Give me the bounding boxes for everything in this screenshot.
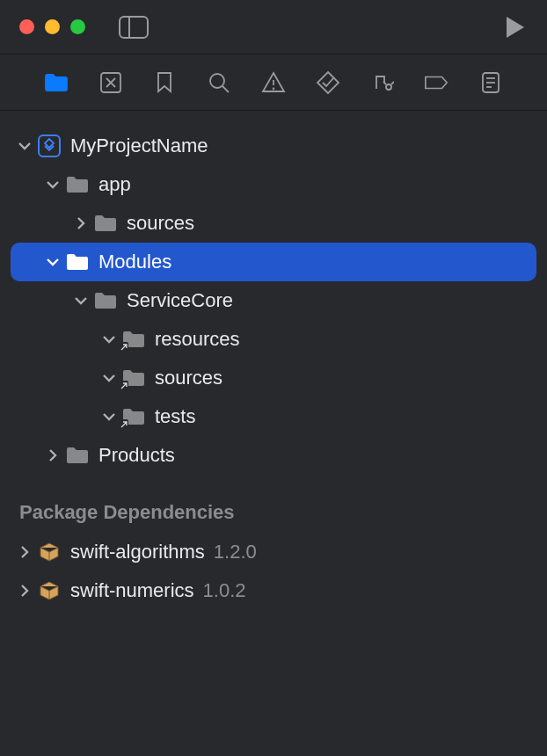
folder-reference-icon (121, 367, 146, 389)
package-icon (37, 580, 62, 601)
chevron-down-icon (46, 178, 60, 192)
dependency-item-swift-numerics[interactable]: swift-numerics 1.0.2 (11, 571, 536, 610)
chevron-right-icon (18, 545, 32, 559)
folder-item-tests[interactable]: tests (11, 397, 536, 436)
project-name-label: MyProjectName (70, 134, 208, 157)
folder-item-app-sources[interactable]: sources (11, 204, 536, 243)
item-label: ServiceCore (127, 289, 233, 312)
folder-item-servicecore[interactable]: ServiceCore (11, 281, 536, 320)
chevron-down-icon (102, 371, 116, 385)
window-controls (19, 19, 85, 34)
run-button[interactable] (503, 15, 528, 40)
folder-item-modules[interactable]: Modules (11, 243, 536, 281)
test-navigator-tab[interactable] (316, 70, 340, 95)
minimize-window-button[interactable] (45, 19, 60, 34)
dependency-version-label: 1.2.0 (214, 541, 257, 563)
folder-icon (93, 213, 118, 234)
package-icon (37, 542, 62, 563)
dependencies-section-header: Package Dependencies (0, 475, 547, 533)
chevron-down-icon (102, 410, 116, 424)
maximize-window-button[interactable] (70, 19, 85, 34)
svg-point-8 (273, 88, 274, 89)
folder-icon (65, 251, 90, 273)
item-label: sources (127, 212, 194, 235)
item-label: Modules (98, 251, 171, 273)
svg-point-9 (386, 84, 391, 90)
dependency-name-label: swift-numerics (70, 579, 194, 602)
svg-point-5 (210, 74, 224, 88)
issue-navigator-tab[interactable] (261, 70, 286, 95)
chevron-right-icon (74, 216, 88, 230)
item-label: resources (155, 328, 240, 351)
chevron-down-icon (46, 255, 60, 269)
folder-icon (65, 174, 90, 195)
titlebar (0, 0, 547, 55)
dependency-version-label: 1.0.2 (203, 579, 246, 602)
item-label: Products (98, 444, 175, 467)
dependency-item-swift-algorithms[interactable]: swift-algorithms 1.2.0 (11, 533, 536, 571)
report-navigator-tab[interactable] (478, 70, 503, 95)
chevron-right-icon (46, 448, 60, 462)
sidebar-toggle-button[interactable] (119, 16, 149, 39)
folder-item-sc-sources[interactable]: sources (11, 359, 536, 397)
svg-line-11 (391, 82, 394, 84)
debug-navigator-tab[interactable] (370, 70, 395, 95)
navigator-toolbar (0, 55, 547, 111)
close-window-button[interactable] (19, 19, 34, 34)
find-navigator-tab[interactable] (207, 70, 231, 95)
svg-rect-0 (120, 17, 148, 38)
folder-reference-icon (121, 406, 146, 427)
chevron-down-icon (102, 332, 116, 346)
svg-line-10 (383, 82, 386, 84)
dependency-name-label: swift-algorithms (70, 541, 205, 563)
item-label: tests (155, 405, 195, 428)
folder-icon (93, 290, 118, 311)
folder-item-products[interactable]: Products (11, 436, 536, 475)
folder-reference-icon (121, 329, 146, 350)
project-navigator: MyProjectName app sources Modules Servic… (0, 111, 547, 610)
project-root-item[interactable]: MyProjectName (11, 127, 536, 165)
svg-line-6 (222, 86, 229, 92)
project-icon (37, 135, 62, 156)
source-control-navigator-tab[interactable] (98, 70, 123, 95)
item-label: app (98, 173, 131, 196)
project-navigator-tab[interactable] (44, 70, 69, 95)
breakpoint-navigator-tab[interactable] (424, 70, 449, 95)
folder-item-app[interactable]: app (11, 165, 536, 204)
item-label: sources (155, 367, 222, 389)
chevron-down-icon (74, 294, 88, 308)
bookmarks-navigator-tab[interactable] (153, 70, 178, 95)
folder-icon (65, 445, 90, 466)
folder-item-resources[interactable]: resources (11, 320, 536, 359)
chevron-right-icon (18, 584, 32, 598)
chevron-down-icon (18, 139, 32, 153)
